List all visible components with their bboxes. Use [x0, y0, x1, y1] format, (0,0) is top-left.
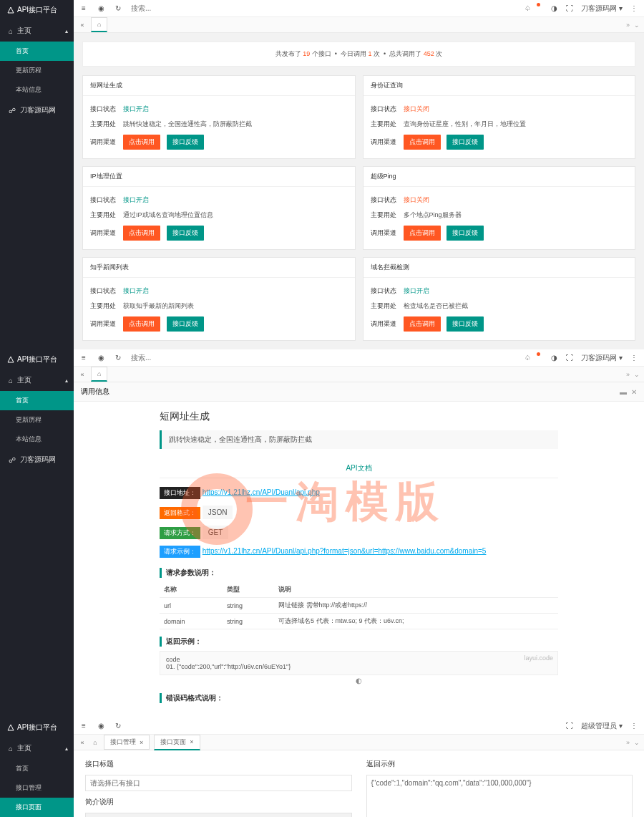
bell-icon[interactable]: ♤	[523, 354, 532, 362]
globe-icon[interactable]: ◉	[97, 722, 105, 730]
label-intro: 简介说明	[85, 797, 352, 807]
sidebar-item-index[interactable]: 首页	[0, 759, 74, 778]
bell-icon[interactable]: ♤	[523, 4, 532, 13]
feedback-button[interactable]: 接口反馈	[167, 316, 204, 332]
label-use: 主要用处	[90, 120, 123, 129]
home-icon[interactable]: ⌂	[91, 738, 99, 747]
status-value: 接口开启	[123, 195, 348, 205]
panel-admin-form: API接口平台 ⌂ 主页▴ 首页 接口管理 接口页面 返回参数 错误参数 ⚙ 管…	[0, 717, 644, 817]
close-icon[interactable]: ×	[190, 738, 193, 745]
sidebar-item-api-mgmt[interactable]: 接口管理	[0, 778, 74, 798]
back-icon[interactable]: «	[78, 21, 87, 29]
chevron-down-icon[interactable]: ⌄	[634, 371, 640, 378]
feedback-button[interactable]: 接口反馈	[447, 316, 484, 332]
forward-icon[interactable]: »	[626, 21, 630, 29]
sidebar-item-index[interactable]: 首页	[0, 391, 74, 410]
tab-api-doc[interactable]: API文档	[160, 459, 558, 478]
example-url-link[interactable]: https://v1.21lhz.cn/API/Duanl/api.php?fo…	[203, 547, 487, 555]
label-channel: 调用渠道	[90, 228, 123, 238]
fullscreen-icon[interactable]: ⛶	[565, 722, 574, 730]
table-row: domainstring可选择域名5 代表：mtw.so; 9 代表：u6v.c…	[160, 614, 558, 629]
badge-format: 返回格式：	[160, 507, 200, 519]
api-card: 超级Ping 接口状态 接口关闭 主要用处 多个地点Ping服务器 调用渠道 点…	[363, 166, 636, 250]
call-button[interactable]: 点击调用	[123, 316, 160, 332]
search-input[interactable]	[131, 4, 217, 12]
call-button[interactable]: 点击调用	[123, 226, 160, 241]
tab-home[interactable]: ⌂	[91, 367, 107, 382]
api-cards-grid: 短网址生成 接口状态 接口开启 主要用处 跳转快速稳定，全国连通性高，防屏蔽防拦…	[82, 75, 635, 341]
tab-api-mgmt[interactable]: 接口管理×	[104, 735, 150, 750]
chevron-down-icon[interactable]: ⌄	[634, 739, 640, 746]
status-value: 接口关闭	[404, 195, 628, 205]
sidebar-item-changelog[interactable]: 更新历程	[0, 61, 74, 80]
more-icon[interactable]: ⋮	[630, 354, 638, 362]
feedback-button[interactable]: 接口反馈	[447, 226, 484, 241]
refresh-icon[interactable]: ↻	[114, 722, 122, 730]
search-input[interactable]	[131, 354, 217, 362]
chevron-up-icon: ▴	[65, 377, 68, 384]
back-icon[interactable]: «	[78, 738, 87, 747]
th-type: 类型	[223, 582, 274, 598]
sidebar-section-ext[interactable]: ☍ 刀客源码网	[0, 100, 74, 121]
back-icon[interactable]: «	[78, 370, 87, 379]
select-api[interactable]: 请选择已有接口	[85, 775, 352, 791]
feedback-button[interactable]: 接口反馈	[447, 135, 484, 150]
forward-icon[interactable]: »	[626, 739, 630, 746]
home-icon: ⌂	[9, 377, 13, 385]
menu-icon[interactable]: ≡	[79, 722, 88, 730]
call-button[interactable]: 点击调用	[404, 316, 441, 332]
menu-icon[interactable]: ≡	[79, 4, 88, 13]
api-card: IP地理位置 接口状态 接口开启 主要用处 通过IP或域名查询地理位置信息 调用…	[82, 166, 356, 250]
input-intro[interactable]	[85, 813, 352, 817]
sidebar-item-siteinfo[interactable]: 本站信息	[0, 430, 74, 449]
theme-icon[interactable]: ◑	[550, 4, 558, 13]
fullscreen-icon[interactable]: ⛶	[565, 4, 574, 13]
chevron-down-icon[interactable]: ⌄	[634, 21, 640, 29]
call-button[interactable]: 点击调用	[404, 135, 441, 150]
close-icon[interactable]: ✕	[631, 388, 637, 396]
info-bar: 调用信息 ▬✕	[74, 382, 644, 402]
sidebar: API接口平台 ⌂ 主页▴ 首页 更新历程 本站信息 ☍ 刀客源码网	[0, 349, 74, 717]
api-url-link[interactable]: https://v1.21lhz.cn/API/Duanl/api.php	[203, 488, 320, 496]
api-card: 身份证查询 接口状态 接口关闭 主要用处 查询身份证星座，性别，年月日，地理位置…	[363, 75, 636, 159]
sidebar: API接口平台 ⌂ 主页▴ 首页 更新历程 本站信息 ☍ 刀客源码网	[0, 0, 74, 349]
theme-icon[interactable]: ◑	[550, 354, 558, 362]
label-title: 接口标题	[85, 759, 352, 769]
sidebar-section-home[interactable]: ⌂ 主页▴	[0, 738, 74, 759]
sidebar-section-home[interactable]: ⌂ 主页▴	[0, 369, 74, 391]
sidebar-section-home[interactable]: ⌂ 主页▴	[0, 20, 74, 42]
user-dropdown[interactable]: 刀客源码网 ▾	[581, 353, 623, 363]
sidebar-item-api-page[interactable]: 接口页面	[0, 798, 74, 817]
api-card: 短网址生成 接口状态 接口开启 主要用处 跳转快速稳定，全国连通性高，防屏蔽防拦…	[82, 75, 356, 159]
globe-icon[interactable]: ◉	[97, 354, 105, 362]
home-icon: ⌂	[9, 27, 13, 35]
menu-icon[interactable]: ≡	[79, 354, 88, 362]
label-status: 接口状态	[371, 286, 404, 296]
user-dropdown[interactable]: 刀客源码网 ▾	[581, 4, 623, 14]
tab-home[interactable]: ⌂	[91, 17, 107, 32]
refresh-icon[interactable]: ↻	[114, 354, 122, 362]
more-icon[interactable]: ⋮	[630, 722, 638, 730]
taskbar: « ⌂ »⌄	[74, 367, 644, 382]
sidebar-item-siteinfo[interactable]: 本站信息	[0, 80, 74, 100]
status-value: 接口开启	[123, 105, 348, 114]
tab-api-page[interactable]: 接口页面×	[154, 735, 200, 750]
call-button[interactable]: 点击调用	[404, 226, 441, 241]
sidebar-section-ext[interactable]: ☍ 刀客源码网	[0, 449, 74, 470]
call-button[interactable]: 点击调用	[123, 135, 160, 150]
api-card: 知乎新闻列表 接口状态 接口开启 主要用处 获取知乎最新的新闻列表 调用渠道 点…	[82, 257, 356, 341]
user-dropdown[interactable]: 超级管理员 ▾	[581, 721, 623, 731]
feedback-button[interactable]: 接口反馈	[167, 135, 204, 150]
minimize-icon[interactable]: ▬	[620, 388, 627, 396]
forward-icon[interactable]: »	[626, 371, 630, 378]
fullscreen-icon[interactable]: ⛶	[565, 354, 574, 362]
feedback-button[interactable]: 接口反馈	[167, 226, 204, 241]
textarea-return[interactable]	[366, 775, 633, 817]
sidebar-item-index[interactable]: 首页	[0, 42, 74, 61]
close-icon[interactable]: ×	[140, 739, 143, 746]
refresh-icon[interactable]: ↻	[114, 4, 122, 13]
sidebar-item-changelog[interactable]: 更新历程	[0, 410, 74, 430]
globe-icon[interactable]: ◉	[97, 4, 105, 13]
label-status: 接口状态	[371, 105, 404, 114]
more-icon[interactable]: ⋮	[630, 4, 638, 13]
